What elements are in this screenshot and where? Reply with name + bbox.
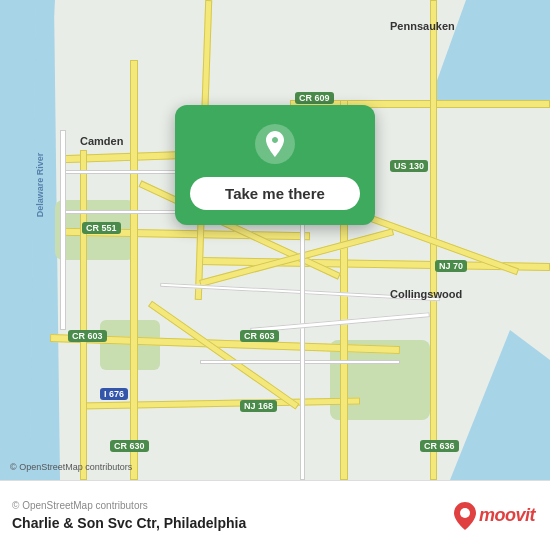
road-v1 [130, 60, 138, 480]
map-attribution: © OpenStreetMap contributors [10, 462, 132, 472]
label-cr603-left: CR 603 [68, 330, 107, 342]
label-cr551: CR 551 [82, 222, 121, 234]
label-nj70: NJ 70 [435, 260, 467, 272]
label-i676: I 676 [100, 388, 128, 400]
label-cr630: CR 630 [110, 440, 149, 452]
bottom-text-area: © OpenStreetMap contributors Charlie & S… [12, 500, 246, 531]
place-collingswood: Collingswood [390, 288, 462, 300]
label-cr603-right: CR 603 [240, 330, 279, 342]
bottom-bar: © OpenStreetMap contributors Charlie & S… [0, 480, 550, 550]
road-v5 [80, 150, 87, 480]
take-me-there-button[interactable]: Take me there [190, 177, 360, 210]
place-pennsauken: Pennsauken [390, 20, 455, 32]
road-minor-3 [60, 130, 66, 330]
place-camden: Camden [80, 135, 123, 147]
copyright-text: © OpenStreetMap contributors [12, 500, 246, 511]
map-container[interactable]: CR 609 CR 551 CR 603 CR 603 I 676 NJ 168… [0, 0, 550, 480]
label-nj168: NJ 168 [240, 400, 277, 412]
moovit-brand-text: moovit [479, 505, 535, 526]
location-pin-icon [254, 123, 296, 165]
label-cr609: CR 609 [295, 92, 334, 104]
location-name: Charlie & Son Svc Ctr, Philadelphia [12, 515, 246, 531]
label-us130: US 130 [390, 160, 428, 172]
svg-point-1 [460, 508, 470, 518]
road-minor-6 [300, 180, 305, 480]
moovit-pin-icon [454, 502, 476, 530]
river-label: Delaware River [35, 153, 45, 218]
popup-card: Take me there [175, 105, 375, 225]
label-cr636: CR 636 [420, 440, 459, 452]
moovit-logo: moovit [454, 502, 535, 530]
